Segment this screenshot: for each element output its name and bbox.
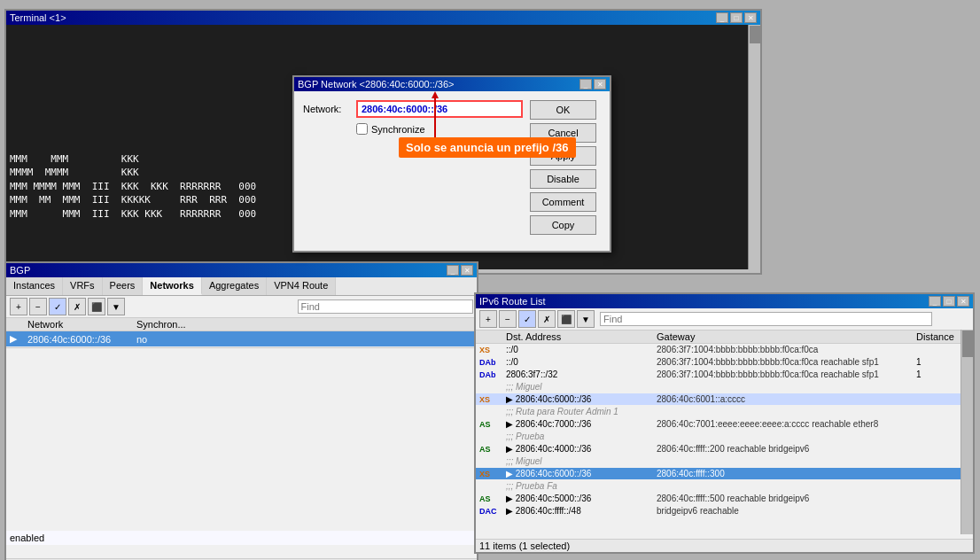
bgp-enabled-status: enabled	[6, 531, 477, 545]
cancel-button[interactable]: Cancel	[530, 123, 596, 143]
dialog-buttons: OK Cancel Apply Disable Comment Copy	[530, 100, 601, 235]
dialog-controls: _ ✕	[579, 79, 606, 89]
route-row[interactable]: XS ▶ 2806:40c:6000::/36 2806:40c:ffff::3…	[476, 468, 973, 480]
synchronize-row: Synchronize	[356, 123, 523, 135]
terminal-titlebar: Terminal <1> _ □ ✕	[6, 11, 760, 25]
row-expand-icon: ▶	[10, 333, 27, 345]
ipv6-window: IPv6 Route List _ □ ✕ + − ✓ ✗ ⬛ ▼ Dst. A…	[474, 292, 975, 554]
ipv6-controls: _ □ ✕	[929, 296, 969, 307]
bgp-search-input[interactable]	[298, 299, 474, 314]
route-row[interactable]: DAb 2806:3f7::/32 2806:3f7:1004:bbbb:bbb…	[476, 369, 973, 381]
ipv6-search-container	[600, 312, 969, 326]
col-extra-header	[207, 319, 473, 330]
route-row[interactable]: DAC ▶ 2806:40c:ffff::/48 bridgeipv6 reac…	[476, 505, 973, 517]
route-row[interactable]: AS ▶ 2806:40c:5000::/36 2806:40c:ffff::5…	[476, 493, 973, 505]
ipv6-cross-btn[interactable]: ✗	[538, 310, 556, 328]
network-input[interactable]	[356, 100, 523, 118]
terminal-controls: _ □ ✕	[716, 12, 757, 23]
bgp-title: BGP	[10, 265, 30, 276]
route-row[interactable]: ;;; Ruta para Router Admin 1	[476, 406, 973, 418]
col-dst-header: Dst. Address	[506, 331, 657, 342]
ipv6-scrollbar[interactable]	[961, 330, 973, 534]
ipv6-remove-btn[interactable]: −	[499, 310, 517, 328]
bgp-minimize-btn[interactable]: _	[447, 265, 459, 276]
col-network-header: Network	[27, 319, 136, 330]
apply-button[interactable]: Apply	[530, 146, 596, 166]
route-row[interactable]: ;;; Miguel	[476, 455, 973, 468]
row-network-value: 2806:40c:6000::/36	[27, 334, 136, 345]
bgp-remove-btn[interactable]: −	[29, 298, 47, 315]
bgp-add-btn[interactable]: +	[10, 298, 27, 315]
tab-instances[interactable]: Instances	[6, 277, 63, 295]
scroll-thumb	[962, 331, 973, 357]
ok-button[interactable]: OK	[530, 100, 596, 120]
tab-networks[interactable]: Networks	[143, 277, 202, 295]
bgp-close-btn[interactable]: ✕	[461, 265, 473, 276]
tab-peers[interactable]: Peers	[103, 277, 144, 295]
col-flag-header	[479, 331, 506, 342]
route-row[interactable]: AS ▶ 2806:40c:7000::/36 2806:40c:7001:ee…	[476, 418, 973, 431]
route-row[interactable]: DAb ::/0 2806:3f7:1004:bbbb:bbbb:bbbb:f0…	[476, 356, 973, 369]
ipv6-table-header: Dst. Address Gateway Distance	[476, 331, 973, 344]
dialog-minimize-btn[interactable]: _	[579, 79, 592, 89]
bgp-table-header: Network Synchron...	[6, 318, 477, 331]
ipv6-maximize-btn[interactable]: □	[943, 296, 955, 307]
ipv6-add-btn[interactable]: +	[479, 310, 497, 328]
tab-aggregates[interactable]: Aggregates	[202, 277, 267, 295]
ipv6-titlebar: IPv6 Route List _ □ ✕	[476, 294, 973, 308]
terminal-close-btn[interactable]: ✕	[744, 12, 757, 23]
ipv6-minimize-btn[interactable]: _	[929, 296, 941, 307]
ipv6-square-btn[interactable]: ⬛	[557, 310, 575, 328]
bgp-cross-btn[interactable]: ✗	[68, 298, 86, 315]
bgp-square-btn[interactable]: ⬛	[88, 298, 105, 315]
ipv6-close-btn[interactable]: ✕	[957, 296, 969, 307]
row-sync-value: no	[136, 334, 207, 345]
synchronize-checkbox[interactable]	[356, 123, 368, 135]
tab-vrfs[interactable]: VRFs	[63, 277, 103, 295]
bgp-tabs: Instances VRFs Peers Networks Aggregates…	[6, 277, 477, 296]
ipv6-toolbar: + − ✓ ✗ ⬛ ▼	[476, 308, 973, 331]
ipv6-check-btn[interactable]: ✓	[518, 310, 536, 328]
tab-vpn4route[interactable]: VPN4 Route	[267, 277, 336, 295]
dialog-titlebar: BGP Network <2806:40c:6000::/36> _ ✕	[294, 77, 610, 91]
bgp-titlebar: BGP _ ✕	[6, 263, 477, 277]
route-row[interactable]: ;;; Miguel	[476, 381, 973, 393]
network-label: Network:	[303, 104, 356, 114]
route-row[interactable]: XS ::/0 2806:3f7:1004:bbbb:bbbb:bbbb:f0c…	[476, 344, 973, 356]
bgp-filter-btn[interactable]: ▼	[107, 298, 125, 315]
bgp-controls: _ ✕	[447, 265, 473, 276]
disable-button[interactable]: Disable	[530, 169, 596, 189]
terminal-maximize-btn[interactable]: □	[730, 12, 743, 23]
terminal-minimize-btn[interactable]: _	[716, 12, 728, 23]
dialog-title: BGP Network <2806:40c:6000::/36>	[298, 79, 455, 89]
comment-button[interactable]: Comment	[530, 192, 596, 212]
ipv6-search-input[interactable]	[600, 312, 932, 326]
terminal-scrollbar[interactable]	[748, 25, 760, 269]
col-icon-header	[10, 319, 27, 330]
bgp-check-btn[interactable]: ✓	[49, 298, 66, 315]
route-row[interactable]: XS ▶ 2806:40c:6000::/36 2806:40c:6001::a…	[476, 393, 973, 406]
dialog-close-btn[interactable]: ✕	[594, 79, 606, 89]
dialog-body: Network: Synchronize OK Cancel Apply Dis…	[294, 91, 610, 244]
synchronize-label: Synchronize	[371, 124, 425, 135]
terminal-title: Terminal <1>	[10, 12, 66, 23]
col-gw-header: Gateway	[657, 331, 916, 342]
bgp-toolbar: + − ✓ ✗ ⬛ ▼	[6, 296, 477, 318]
bgp-network-dialog: BGP Network <2806:40c:6000::/36> _ ✕ Net…	[292, 75, 611, 253]
route-row[interactable]: ;;; Prueba Fa	[476, 480, 973, 493]
ipv6-table-body: XS ::/0 2806:3f7:1004:bbbb:bbbb:bbbb:f0c…	[476, 344, 973, 531]
network-field-row: Network:	[303, 100, 523, 118]
copy-button[interactable]: Copy	[530, 215, 596, 235]
dialog-fields: Network: Synchronize	[303, 100, 523, 235]
route-row[interactable]: AS ▶ 2806:40c:4000::/36 2806:40c:ffff::2…	[476, 443, 973, 455]
route-row[interactable]: ;;; Prueba	[476, 431, 973, 443]
col-sync-header: Synchron...	[136, 319, 207, 330]
ipv6-status: 11 items (1 selected)	[476, 539, 973, 552]
ipv6-filter-btn[interactable]: ▼	[577, 310, 595, 328]
bgp-table-row[interactable]: ▶ 2806:40c:6000::/36 no	[6, 331, 477, 347]
bgp-window: BGP _ ✕ Instances VRFs Peers Networks Ag…	[4, 261, 478, 560]
ipv6-title: IPv6 Route List	[479, 296, 546, 307]
